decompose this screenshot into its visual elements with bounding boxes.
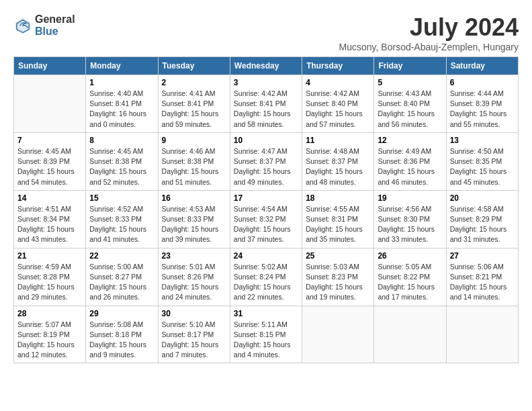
logo-icon [13,16,32,35]
page-header: General Blue July 2024 Mucsony, Borsod-A… [13,13,519,52]
calendar-cell: 2Sunrise: 4:41 AM Sunset: 8:41 PM Daylig… [158,75,230,133]
day-info: Sunrise: 4:45 AM Sunset: 8:38 PM Dayligh… [89,146,154,187]
day-info: Sunrise: 4:42 AM Sunset: 8:40 PM Dayligh… [306,89,370,130]
day-number: 15 [89,193,154,203]
day-number: 25 [306,251,370,261]
calendar-cell [302,306,374,363]
calendar-cell: 13Sunrise: 4:50 AM Sunset: 8:35 PM Dayli… [446,132,518,190]
day-number: 20 [450,193,515,203]
calendar-cell: 26Sunrise: 5:05 AM Sunset: 8:22 PM Dayli… [374,248,446,306]
day-number: 31 [234,309,298,318]
day-info: Sunrise: 4:40 AM Sunset: 8:41 PM Dayligh… [89,89,154,130]
day-number: 17 [234,193,298,203]
day-number: 9 [162,136,226,145]
calendar-cell: 16Sunrise: 4:53 AM Sunset: 8:33 PM Dayli… [158,190,230,248]
day-of-week-header: Tuesday [158,57,230,75]
day-number: 26 [378,251,442,261]
day-info: Sunrise: 5:07 AM Sunset: 8:19 PM Dayligh… [17,320,82,361]
calendar-cell: 31Sunrise: 5:11 AM Sunset: 8:15 PM Dayli… [230,306,302,363]
day-of-week-header: Thursday [302,57,374,75]
day-info: Sunrise: 4:46 AM Sunset: 8:38 PM Dayligh… [162,146,226,187]
calendar-cell: 25Sunrise: 5:03 AM Sunset: 8:23 PM Dayli… [302,248,374,306]
day-info: Sunrise: 4:47 AM Sunset: 8:37 PM Dayligh… [234,146,298,187]
day-number: 12 [378,136,442,145]
day-info: Sunrise: 4:56 AM Sunset: 8:30 PM Dayligh… [378,204,442,245]
day-number: 7 [17,136,82,145]
calendar-table: SundayMondayTuesdayWednesdayThursdayFrid… [13,56,519,363]
day-number: 6 [450,78,515,87]
calendar-cell: 27Sunrise: 5:06 AM Sunset: 8:21 PM Dayli… [446,248,518,306]
calendar-header-row: SundayMondayTuesdayWednesdayThursdayFrid… [14,57,519,75]
calendar-cell: 9Sunrise: 4:46 AM Sunset: 8:38 PM Daylig… [158,132,230,190]
calendar-cell: 6Sunrise: 4:44 AM Sunset: 8:39 PM Daylig… [446,75,518,133]
title-area: July 2024 Mucsony, Borsod-Abauj-Zemplen,… [339,13,519,52]
calendar-week-row: 14Sunrise: 4:51 AM Sunset: 8:34 PM Dayli… [14,190,519,248]
day-number: 21 [17,251,82,261]
calendar-cell [14,75,86,133]
calendar-cell [374,306,446,363]
day-info: Sunrise: 4:41 AM Sunset: 8:41 PM Dayligh… [162,89,226,130]
day-info: Sunrise: 4:58 AM Sunset: 8:29 PM Dayligh… [450,204,515,245]
day-number: 5 [378,78,442,87]
calendar-cell: 1Sunrise: 4:40 AM Sunset: 8:41 PM Daylig… [86,75,158,133]
day-info: Sunrise: 4:42 AM Sunset: 8:41 PM Dayligh… [234,89,298,130]
day-info: Sunrise: 4:55 AM Sunset: 8:31 PM Dayligh… [306,204,370,245]
day-number: 29 [89,309,154,318]
location-subtitle: Mucsony, Borsod-Abauj-Zemplen, Hungary [339,42,519,52]
day-number: 18 [306,193,370,203]
day-info: Sunrise: 4:44 AM Sunset: 8:39 PM Dayligh… [450,89,515,130]
day-number: 19 [378,193,442,203]
day-number: 3 [234,78,298,87]
calendar-cell: 7Sunrise: 4:45 AM Sunset: 8:39 PM Daylig… [14,132,86,190]
calendar-cell: 18Sunrise: 4:55 AM Sunset: 8:31 PM Dayli… [302,190,374,248]
calendar-cell: 24Sunrise: 5:02 AM Sunset: 8:24 PM Dayli… [230,248,302,306]
logo-blue: Blue [35,26,58,37]
calendar-cell: 11Sunrise: 4:48 AM Sunset: 8:37 PM Dayli… [302,132,374,190]
calendar-cell: 5Sunrise: 4:43 AM Sunset: 8:40 PM Daylig… [374,75,446,133]
day-number: 13 [450,136,515,145]
day-of-week-header: Monday [86,57,158,75]
day-number: 4 [306,78,370,87]
day-number: 27 [450,251,515,261]
day-info: Sunrise: 4:48 AM Sunset: 8:37 PM Dayligh… [306,146,370,187]
day-info: Sunrise: 5:08 AM Sunset: 8:18 PM Dayligh… [89,320,154,361]
day-info: Sunrise: 5:11 AM Sunset: 8:15 PM Dayligh… [234,320,298,361]
calendar-week-row: 28Sunrise: 5:07 AM Sunset: 8:19 PM Dayli… [14,306,519,363]
day-info: Sunrise: 4:53 AM Sunset: 8:33 PM Dayligh… [162,204,226,245]
day-number: 1 [89,78,154,87]
calendar-cell: 20Sunrise: 4:58 AM Sunset: 8:29 PM Dayli… [446,190,518,248]
day-info: Sunrise: 5:03 AM Sunset: 8:23 PM Dayligh… [306,262,370,303]
calendar-cell: 14Sunrise: 4:51 AM Sunset: 8:34 PM Dayli… [14,190,86,248]
day-number: 28 [17,309,82,318]
day-info: Sunrise: 4:54 AM Sunset: 8:32 PM Dayligh… [234,204,298,245]
day-of-week-header: Friday [374,57,446,75]
day-of-week-header: Saturday [446,57,518,75]
day-number: 16 [162,193,226,203]
calendar-cell: 15Sunrise: 4:52 AM Sunset: 8:33 PM Dayli… [86,190,158,248]
day-number: 8 [89,136,154,145]
day-info: Sunrise: 4:52 AM Sunset: 8:33 PM Dayligh… [89,204,154,245]
day-info: Sunrise: 5:00 AM Sunset: 8:27 PM Dayligh… [89,262,154,303]
day-number: 24 [234,251,298,261]
day-of-week-header: Sunday [14,57,86,75]
day-info: Sunrise: 4:43 AM Sunset: 8:40 PM Dayligh… [378,89,442,130]
day-number: 22 [89,251,154,261]
day-number: 14 [17,193,82,203]
day-number: 30 [162,309,226,318]
calendar-cell: 4Sunrise: 4:42 AM Sunset: 8:40 PM Daylig… [302,75,374,133]
calendar-cell: 12Sunrise: 4:49 AM Sunset: 8:36 PM Dayli… [374,132,446,190]
calendar-cell: 3Sunrise: 4:42 AM Sunset: 8:41 PM Daylig… [230,75,302,133]
day-of-week-header: Wednesday [230,57,302,75]
day-info: Sunrise: 4:49 AM Sunset: 8:36 PM Dayligh… [378,146,442,187]
day-info: Sunrise: 5:02 AM Sunset: 8:24 PM Dayligh… [234,262,298,303]
calendar-week-row: 7Sunrise: 4:45 AM Sunset: 8:39 PM Daylig… [14,132,519,190]
day-info: Sunrise: 4:51 AM Sunset: 8:34 PM Dayligh… [17,204,82,245]
day-info: Sunrise: 5:06 AM Sunset: 8:21 PM Dayligh… [450,262,515,303]
day-number: 2 [162,78,226,87]
calendar-cell: 22Sunrise: 5:00 AM Sunset: 8:27 PM Dayli… [86,248,158,306]
calendar-cell: 19Sunrise: 4:56 AM Sunset: 8:30 PM Dayli… [374,190,446,248]
day-info: Sunrise: 5:10 AM Sunset: 8:17 PM Dayligh… [162,320,226,361]
calendar-cell: 23Sunrise: 5:01 AM Sunset: 8:26 PM Dayli… [158,248,230,306]
calendar-cell: 21Sunrise: 4:59 AM Sunset: 8:28 PM Dayli… [14,248,86,306]
calendar-cell: 10Sunrise: 4:47 AM Sunset: 8:37 PM Dayli… [230,132,302,190]
